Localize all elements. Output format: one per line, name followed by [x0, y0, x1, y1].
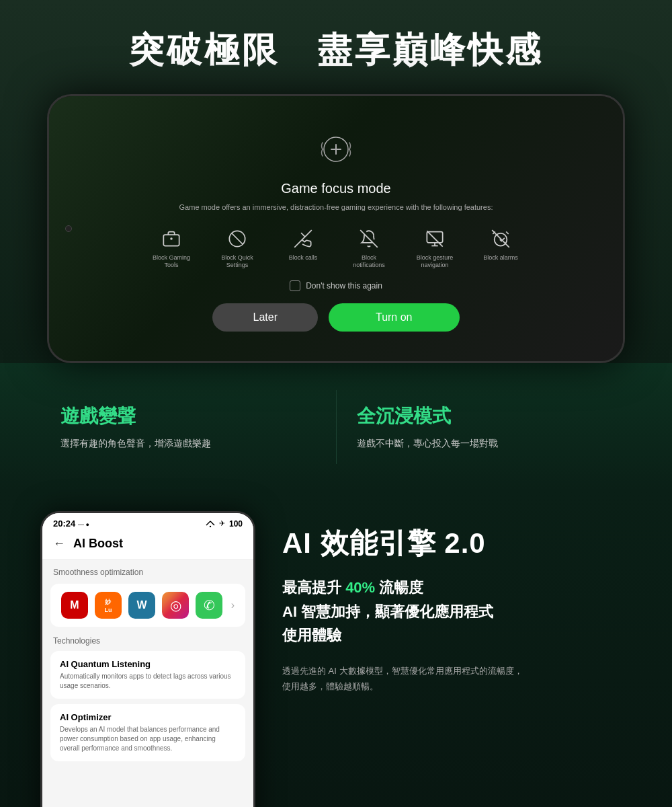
later-button[interactable]: Later	[212, 303, 317, 332]
feature-label-calls: Block calls	[289, 254, 318, 262]
feature-block-gaming-tools: Block GamingTools	[141, 227, 202, 270]
app-icon-m: M	[61, 592, 88, 619]
phone2-content: Smoothness optimization M 妙Lu W ◎ ✆ › Te…	[42, 560, 253, 807]
feature-block-alarms: Block alarms	[470, 227, 531, 270]
feature-block-calls: Block calls	[273, 227, 333, 270]
app-icon-wp: W	[128, 592, 155, 619]
highlight-line-3: 使用體驗	[282, 623, 632, 647]
immersive-title: 全沉浸模式	[357, 404, 612, 429]
info-desc-line-1: 透過先進的 AI 大數據模型，智慧優化常用應用程式的流暢度，	[282, 666, 523, 676]
feature-card-sound: 遊戲變聲 選擇有趣的角色聲音，增添遊戲樂趣	[40, 390, 337, 464]
features-row: Block GamingTools Block QuickSettings Bl…	[141, 227, 531, 270]
briefcase-icon	[159, 227, 183, 251]
apps-chevron-icon: ›	[231, 599, 235, 611]
app-icon-lulu: 妙Lu	[95, 592, 122, 619]
phone-off-icon	[291, 227, 315, 251]
status-time: 20:24 — ●	[53, 518, 89, 529]
technologies-label: Technologies	[50, 636, 245, 646]
feature-label-notifications: Blocknotifications	[353, 254, 385, 270]
svg-line-6	[360, 230, 378, 247]
tech-card-optimizer: AI Optimizer Develops an AI model that b…	[50, 704, 245, 761]
dont-show-label: Don't show this again	[306, 281, 382, 291]
feature-card-immersive: 全沉浸模式 遊戲不中斷，專心投入每一場對戰	[337, 390, 632, 464]
top-section: 突破極限 盡享巔峰快感 Game focus mode Game mode of…	[0, 0, 672, 363]
svg-rect-1	[163, 235, 179, 245]
slash-circle-icon	[225, 227, 249, 251]
highlight-percent: 40%	[345, 579, 375, 596]
feature-block-gesture-navigation: Block gesturenavigation	[405, 227, 465, 270]
optimizer-desc: Develops an AI model that balances perfo…	[60, 725, 236, 753]
svg-line-4	[232, 233, 243, 243]
camera-dot	[65, 225, 72, 232]
feature-label-gaming-tools: Block GamingTools	[153, 254, 190, 270]
apps-row[interactable]: M 妙Lu W ◎ ✆ ›	[50, 584, 245, 627]
optimizer-title: AI Optimizer	[60, 712, 236, 722]
sound-title: 遊戲變聲	[60, 404, 316, 429]
svg-point-11	[210, 526, 211, 527]
feature-label-quick-settings: Block QuickSettings	[221, 254, 253, 270]
dont-show-row: Don't show this again	[290, 280, 382, 291]
highlight-line-2: AI 智慧加持，顯著優化應用程式	[282, 600, 632, 623]
smoothness-label: Smoothness optimization	[50, 568, 245, 577]
bell-off-icon	[357, 227, 381, 251]
feature-block-quick-settings: Block QuickSettings	[207, 227, 267, 270]
game-focus-modal: Game focus mode Game mode offers an imme…	[134, 126, 538, 332]
dont-show-checkbox[interactable]	[290, 280, 300, 291]
tech-card-quantum: AI Quantum Listening Automatically monit…	[50, 651, 245, 699]
modal-description: Game mode offers an immersive, distracti…	[179, 202, 493, 213]
feature-label-alarms: Block alarms	[483, 254, 518, 262]
turn-on-button[interactable]: Turn on	[329, 303, 460, 332]
middle-section: 遊戲變聲 選擇有趣的角色聲音，增添遊戲樂趣 全沉浸模式 遊戲不中斷，專心投入每一…	[0, 363, 672, 491]
ai-boost-title: AI Boost	[73, 537, 123, 551]
quantum-title: AI Quantum Listening	[60, 659, 236, 669]
app-icon-ig: ◎	[162, 592, 189, 619]
status-icons: ✈ 100	[206, 519, 243, 529]
modal-buttons-row: Later Turn on	[212, 303, 459, 332]
sound-desc: 選擇有趣的角色聲音，增添遊戲樂趣	[60, 436, 316, 451]
headline: 突破極限 盡享巔峰快感	[129, 27, 543, 74]
gesture-off-icon	[423, 227, 447, 251]
highlight-line-1: 最高提升 40% 流暢度	[282, 576, 632, 599]
back-icon[interactable]: ←	[53, 537, 65, 551]
quantum-desc: Automatically monitors apps to detect la…	[60, 672, 236, 691]
status-bar: 20:24 — ● ✈ 100	[42, 513, 253, 531]
info-desc-line-2: 使用越多，體驗越順暢。	[282, 681, 378, 691]
app-icon-phone: ✆	[196, 592, 222, 619]
info-highlights: 最高提升 40% 流暢度 AI 智慧加持，顯著優化應用程式 使用體驗	[282, 576, 632, 647]
feature-label-gesture: Block gesturenavigation	[417, 254, 454, 270]
game-focus-icon	[312, 126, 360, 173]
ai-engine-title: AI 效能引擎 2.0	[282, 525, 632, 562]
phone2-mockup: 20:24 — ● ✈ 100 ← AI Boost Smoothness op…	[40, 511, 255, 807]
phone2-header: ← AI Boost	[42, 531, 253, 560]
info-description: 透過先進的 AI 大數據模型，智慧優化常用應用程式的流暢度， 使用越多，體驗越順…	[282, 663, 632, 695]
alarm-off-icon	[489, 227, 513, 251]
modal-title: Game focus mode	[281, 181, 390, 196]
phone1-mockup: Game focus mode Game mode offers an imme…	[47, 94, 625, 363]
feature-block-notifications: Blocknotifications	[339, 227, 399, 270]
info-panel: AI 效能引擎 2.0 最高提升 40% 流暢度 AI 智慧加持，顯著優化應用程…	[282, 511, 632, 694]
bottom-section: 20:24 — ● ✈ 100 ← AI Boost Smoothness op…	[0, 491, 672, 807]
immersive-desc: 遊戲不中斷，專心投入每一場對戰	[357, 436, 612, 451]
